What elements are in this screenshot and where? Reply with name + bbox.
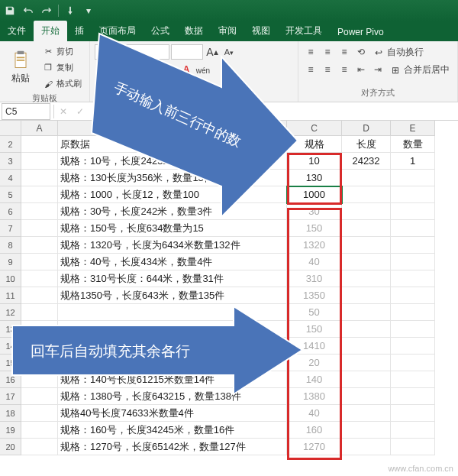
cell[interactable] [21,270,58,287]
cancel-icon[interactable]: ✕ [57,105,69,118]
cell[interactable]: 规格 [287,136,342,153]
cell[interactable]: 规格：310号长度：644米，数量31件 [58,270,287,287]
cell[interactable]: 1270 [287,439,342,455]
cell[interactable] [21,388,58,405]
cell[interactable] [21,186,58,203]
cell[interactable] [342,338,391,355]
copy-button[interactable]: ❐复制 [40,60,85,75]
cell[interactable] [391,220,435,237]
italic-button[interactable]: I [111,63,127,78]
cell[interactable]: 130 [287,170,342,186]
name-box[interactable]: C5 [2,103,50,120]
tab-formulas[interactable]: 公式 [144,21,177,41]
underline-button[interactable]: U [128,63,144,78]
row-head[interactable]: 14 [0,338,21,355]
format-painter-button[interactable]: 🖌格式刷 [40,76,85,91]
cell[interactable] [21,405,58,422]
cell[interactable]: 310 [287,270,342,287]
align-top-button[interactable]: ≡ [303,44,318,60]
chevron-down-icon[interactable]: ▾ [82,4,95,18]
row-head[interactable]: 19 [0,422,21,439]
cell[interactable] [21,422,58,439]
row-head[interactable]: 8 [0,237,21,254]
cell[interactable] [21,254,58,270]
tab-home[interactable]: 开始 [34,21,67,41]
phonetic-button[interactable]: wén [195,63,211,78]
cell[interactable]: 40 [287,254,342,270]
cell[interactable] [342,388,391,405]
cell[interactable]: 规格：40号，长度434米，数量4件 [58,254,287,270]
cell[interactable] [391,321,435,338]
cut-button[interactable]: ✂剪切 [40,44,85,59]
row-head[interactable]: 6 [0,203,21,220]
cell[interactable] [21,287,58,304]
cell[interactable]: 50 [287,304,342,321]
col-head-c[interactable]: C [287,121,342,136]
cell[interactable] [391,254,435,270]
tab-insert[interactable]: 插 [67,21,92,41]
cell[interactable]: 1320 [287,237,342,254]
cell[interactable] [391,388,435,405]
cell[interactable]: 规格：140号长度61215米数量14件 [58,371,287,388]
select-all-corner[interactable] [0,121,21,136]
cell[interactable] [342,237,391,254]
cell[interactable]: 规格40号长度74633米数量4件 [58,405,287,422]
bold-button[interactable]: B [95,63,110,78]
touch-mode-icon[interactable] [63,4,77,18]
cell[interactable] [391,304,435,321]
merge-center-button[interactable]: ⊞合并后居中 [387,62,453,78]
indent-dec-button[interactable]: ⇤ [353,62,369,77]
cell[interactable] [391,355,435,371]
cell[interactable]: 规格1350号，长度643米，数量135件 [58,287,287,304]
cell[interactable]: 1 [391,153,435,170]
cell[interactable]: 150 [287,220,342,237]
wrap-text-button[interactable]: ↩自动换行 [370,44,427,60]
cell[interactable] [391,338,435,355]
cell[interactable]: 20 [287,355,342,371]
cell[interactable] [21,220,58,237]
cell[interactable] [21,371,58,388]
row-head[interactable]: 9 [0,254,21,270]
cell[interactable] [391,170,435,186]
cell[interactable] [342,405,391,422]
tab-developer[interactable]: 开发工具 [278,21,330,41]
align-right-button[interactable]: ≡ [337,62,352,77]
cell[interactable] [21,170,58,186]
cell[interactable] [342,422,391,439]
cell[interactable] [21,153,58,170]
cell[interactable] [391,203,435,220]
cell[interactable] [391,422,435,439]
cell[interactable] [342,220,391,237]
cell[interactable] [342,254,391,270]
indent-inc-button[interactable]: ⇥ [370,62,385,77]
cell[interactable]: 规格：30号，长度242米，数量3件 [58,203,287,220]
cell[interactable]: 24232 [342,153,391,170]
cell[interactable]: 1350 [287,287,342,304]
cell[interactable]: 数量 [391,136,435,153]
cell[interactable] [342,186,391,203]
align-bottom-button[interactable]: ≡ [337,44,352,60]
cell[interactable]: 1410 [287,338,342,355]
cell[interactable]: 规格：1000，长度12，数量100 [58,186,287,203]
tab-file[interactable]: 文件 [0,21,34,41]
cell[interactable] [391,405,435,422]
cell[interactable] [342,355,391,371]
cell[interactable] [342,170,391,186]
cell[interactable] [58,338,287,355]
cell[interactable] [342,270,391,287]
row-head[interactable]: 20 [0,439,21,455]
tab-data[interactable]: 数据 [177,21,211,41]
row-head[interactable]: 7 [0,220,21,237]
fx-icon[interactable]: fx [91,105,103,118]
cell[interactable]: 30 [287,203,342,220]
cell[interactable] [21,304,58,321]
enter-icon[interactable]: ✓ [74,105,86,118]
align-left-button[interactable]: ≡ [303,62,318,77]
cell[interactable]: 150 [287,321,342,338]
cell[interactable] [21,321,58,338]
cell[interactable] [21,355,58,371]
save-icon[interactable] [3,4,17,18]
font-color-button[interactable]: A [179,63,194,78]
row-head[interactable]: 2 [0,136,21,153]
row-head[interactable]: 17 [0,388,21,405]
